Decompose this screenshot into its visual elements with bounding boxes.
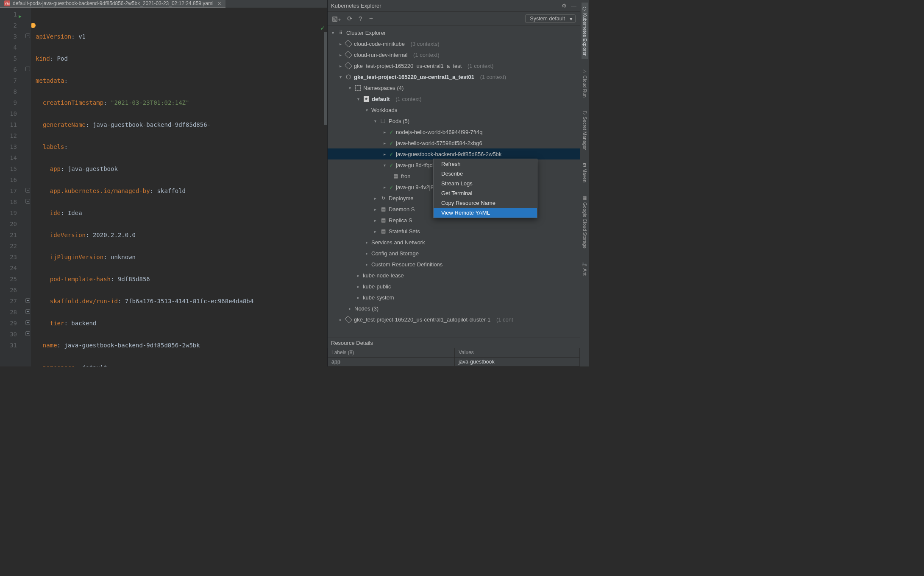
- cluster-item[interactable]: ▸ gke_test-project-165220_us-central1_a_…: [328, 60, 580, 71]
- gear-icon: [345, 73, 352, 80]
- namespaces-item[interactable]: ▾ Namespaces (4): [328, 82, 580, 93]
- cube-icon: [380, 117, 387, 124]
- cluster-item[interactable]: ▸ cloud-run-dev-internal (1 context): [328, 49, 580, 60]
- ctx-copy-name[interactable]: Copy Resource Name: [434, 198, 537, 208]
- tree-root[interactable]: ▾⠿Cluster Explorer: [328, 27, 580, 38]
- workloads-item[interactable]: ▾Workloads: [328, 104, 580, 115]
- fold-toggle[interactable]: −: [25, 67, 30, 71]
- toolstrip-kubernetes[interactable]: ⬡Kubernetes Explorer: [582, 3, 588, 59]
- services-item[interactable]: ▸Services and Network: [328, 237, 580, 248]
- ctx-refresh[interactable]: Refresh: [434, 159, 537, 169]
- ctx-get-terminal[interactable]: Get Terminal: [434, 188, 537, 198]
- pod-item[interactable]: ▸✓java-hello-world-57598df584-2xbg6: [328, 137, 580, 148]
- ctx-stream-logs[interactable]: Stream Logs: [434, 179, 537, 188]
- pod-item[interactable]: ▸✓nodejs-hello-world-b46944f99-7ft4q: [328, 126, 580, 137]
- fold-toggle[interactable]: −: [25, 320, 30, 325]
- config-storage-item[interactable]: ▸Config and Storage: [328, 248, 580, 259]
- crd-item[interactable]: ▸Custom Resource Definitions: [328, 259, 580, 270]
- fold-toggle[interactable]: −: [25, 199, 30, 204]
- nodes-item[interactable]: ▸Nodes (3): [328, 303, 580, 314]
- refresh-icon[interactable]: ⟳: [347, 15, 353, 22]
- explorer-toolbar: ▧₊ ⟳ ? ＋ System default: [328, 12, 580, 25]
- tool-window-strip: ⬡Kubernetes Explorer ▷Cloud Run 🛡Secret …: [580, 0, 589, 366]
- plus-icon[interactable]: ＋: [368, 14, 374, 22]
- breakpoint-icon[interactable]: [31, 23, 36, 28]
- pods-group[interactable]: ▾ Pods (5): [328, 115, 580, 126]
- toolstrip-gcs[interactable]: ▦Google Cloud Storage: [582, 192, 588, 252]
- toolstrip-secretmanager[interactable]: 🛡Secret Manager: [582, 107, 588, 153]
- cluster-item[interactable]: ▸ gke_test-project-165220_us-central1_au…: [328, 314, 580, 325]
- ctx-view-yaml[interactable]: View Remote YAML: [434, 208, 537, 218]
- run-gutter-icon[interactable]: ▶: [19, 11, 22, 22]
- fold-toggle[interactable]: −: [25, 309, 30, 314]
- minimize-icon[interactable]: —: [571, 3, 576, 9]
- explorer-header: Kubernetes Explorer ⚙ —: [328, 0, 580, 12]
- check-icon: ✓: [389, 162, 394, 168]
- editor-tabbar: YM default-pods-java-guestbook-backend-9…: [0, 0, 327, 8]
- ctx-describe[interactable]: Describe: [434, 169, 537, 179]
- fold-toggle[interactable]: −: [25, 188, 30, 193]
- pod-item-selected[interactable]: ▸✓java-guestbook-backend-9df85d856-2w5bk: [328, 148, 580, 159]
- statefulsets-item[interactable]: ▸Stateful Sets: [328, 226, 580, 237]
- resource-details: Resource Details Labels (8) Values app j…: [328, 338, 580, 366]
- editor-gutter: ▶ 12345678910111213141516171819202122232…: [0, 8, 25, 366]
- toolstrip-ant[interactable]: 🐜Ant: [582, 258, 588, 279]
- check-icon: ✓: [389, 140, 394, 146]
- namespace-item[interactable]: ▸kube-system: [328, 292, 580, 303]
- cluster-item-active[interactable]: ▾ gke_test-project-165220_us-central1_a_…: [328, 71, 580, 82]
- context-menu: Refresh Describe Stream Logs Get Termina…: [433, 159, 537, 218]
- code-area[interactable]: apiVersion: v1 kind: Pod metadata: creat…: [31, 8, 327, 366]
- label-cell: app: [328, 357, 455, 366]
- yaml-file-icon: YM: [4, 0, 10, 6]
- values-header: Values: [455, 348, 580, 357]
- fold-toggle[interactable]: −: [25, 298, 30, 303]
- details-title: Resource Details: [328, 338, 580, 348]
- explorer-title: Kubernetes Explorer: [331, 3, 381, 9]
- toolstrip-maven[interactable]: mMaven: [582, 159, 588, 186]
- add-context-icon[interactable]: ▧₊: [332, 15, 341, 22]
- context-dropdown[interactable]: System default: [525, 14, 576, 23]
- help-icon[interactable]: ?: [359, 15, 362, 22]
- container-icon: [392, 173, 399, 179]
- fold-toggle[interactable]: −: [25, 331, 30, 336]
- toolstrip-cloudrun[interactable]: ▷Cloud Run: [582, 65, 588, 101]
- editor-tab[interactable]: YM default-pods-java-guestbook-backend-9…: [0, 0, 225, 8]
- tab-filename: default-pods-java-guestbook-backend-9df8…: [13, 0, 214, 6]
- value-cell: java-guestbook: [455, 357, 580, 366]
- check-icon: ✓: [389, 129, 394, 135]
- close-icon[interactable]: ×: [218, 0, 221, 7]
- fold-column: − − − − − − − −: [25, 8, 31, 366]
- gear-icon[interactable]: ⚙: [562, 3, 567, 9]
- namespace-default[interactable]: ▾★ default (1 context): [328, 93, 580, 104]
- labels-header: Labels (8): [328, 348, 455, 357]
- check-icon: ✓: [389, 151, 394, 157]
- check-icon: ✓: [389, 184, 394, 190]
- namespace-item[interactable]: ▸kube-public: [328, 281, 580, 292]
- cluster-item[interactable]: ▸ cloud-code-minikube (3 contexts): [328, 38, 580, 49]
- fold-toggle[interactable]: −: [25, 34, 30, 38]
- namespace-item[interactable]: ▸kube-node-lease: [328, 270, 580, 281]
